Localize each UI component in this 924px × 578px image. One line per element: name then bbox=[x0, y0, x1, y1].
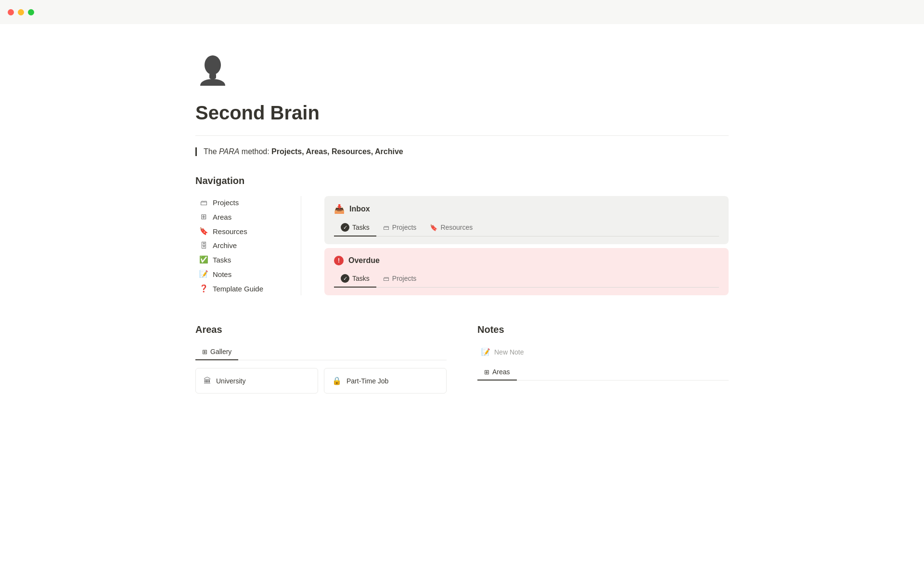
notes-areas-icon: ⊞ bbox=[484, 368, 489, 376]
title-divider bbox=[195, 135, 729, 136]
notes-heading: Notes bbox=[477, 324, 729, 335]
gallery-tab-label: Gallery bbox=[210, 348, 231, 355]
nav-label-projects: Projects bbox=[213, 198, 239, 207]
overdue-projects-icon: 🗃 bbox=[383, 275, 389, 282]
overdue-panel: ! Overdue ✓ Tasks 🗃 Projects bbox=[324, 248, 729, 295]
main-content: Second Brain The PARA method: Projects, … bbox=[149, 24, 775, 432]
template-guide-icon: ❓ bbox=[199, 284, 208, 293]
inbox-tab-tasks-label: Tasks bbox=[352, 223, 370, 231]
tasks-icon: ✅ bbox=[199, 255, 208, 264]
part-time-job-icon: 🔒 bbox=[332, 376, 342, 385]
overdue-tab-projects-label: Projects bbox=[392, 275, 417, 282]
university-label: University bbox=[216, 377, 245, 385]
nav-item-notes[interactable]: 📝 Notes bbox=[195, 267, 285, 281]
resources-icon: 🔖 bbox=[199, 227, 208, 236]
gallery-tabs: ⊞ Gallery bbox=[195, 345, 447, 360]
nav-item-template-guide[interactable]: ❓ Template Guide bbox=[195, 282, 285, 295]
inbox-tabs: ✓ Tasks 🗃 Projects 🔖 Resources bbox=[334, 220, 719, 236]
nav-item-resources[interactable]: 🔖 Resources bbox=[195, 224, 285, 238]
inbox-header: 📥 Inbox bbox=[334, 204, 719, 214]
maximize-button[interactable] bbox=[28, 9, 34, 15]
inbox-tab-tasks[interactable]: ✓ Tasks bbox=[334, 220, 376, 236]
university-icon: 🏛 bbox=[204, 377, 211, 385]
nav-item-projects[interactable]: 🗃 Projects bbox=[195, 196, 285, 209]
overdue-tasks-check-icon: ✓ bbox=[341, 274, 349, 283]
nav-list: 🗃 Projects ⊞ Areas 🔖 Resources 🗄 Archive… bbox=[195, 196, 301, 295]
nav-item-tasks[interactable]: ✅ Tasks bbox=[195, 253, 285, 266]
notes-tab-areas[interactable]: ⊞ Areas bbox=[477, 365, 517, 381]
inbox-tasks-check-icon: ✓ bbox=[341, 223, 349, 232]
brain-icon bbox=[195, 53, 729, 94]
page-title: Second Brain bbox=[195, 102, 729, 124]
areas-icon: ⊞ bbox=[199, 212, 208, 221]
notes-section: Notes 📝 New Note ⊞ Areas bbox=[477, 324, 729, 394]
new-note-button[interactable]: 📝 New Note bbox=[477, 345, 729, 359]
gallery-tab[interactable]: ⊞ Gallery bbox=[195, 345, 238, 360]
inbox-tab-projects[interactable]: 🗃 Projects bbox=[376, 220, 424, 236]
nav-label-tasks: Tasks bbox=[213, 256, 231, 264]
gallery-grid: 🏛 University 🔒 Part-Time Job bbox=[195, 368, 447, 394]
minimize-button[interactable] bbox=[18, 9, 24, 15]
overdue-header: ! Overdue bbox=[334, 256, 719, 265]
overdue-tab-tasks[interactable]: ✓ Tasks bbox=[334, 271, 376, 288]
notes-tabs: ⊞ Areas bbox=[477, 365, 729, 381]
notes-icon: 📝 bbox=[199, 270, 208, 278]
new-note-icon: 📝 bbox=[481, 348, 490, 356]
overdue-tab-tasks-label: Tasks bbox=[352, 275, 370, 282]
overdue-title: Overdue bbox=[348, 256, 380, 265]
nav-label-template-guide: Template Guide bbox=[213, 285, 263, 293]
bottom-sections: Areas ⊞ Gallery 🏛 University 🔒 Part-Time… bbox=[195, 324, 729, 394]
nav-label-notes: Notes bbox=[213, 270, 231, 278]
quote-bold: Projects, Areas, Resources, Archive bbox=[271, 147, 403, 156]
new-note-label: New Note bbox=[494, 348, 524, 356]
titlebar bbox=[0, 0, 924, 24]
notes-tab-areas-label: Areas bbox=[492, 368, 510, 376]
gallery-grid-icon: ⊞ bbox=[202, 348, 207, 355]
svg-rect-3 bbox=[209, 73, 216, 79]
close-button[interactable] bbox=[8, 9, 14, 15]
panels-container: 📥 Inbox ✓ Tasks 🗃 Projects 🔖 Resources bbox=[324, 196, 729, 295]
areas-heading: Areas bbox=[195, 324, 447, 335]
overdue-icon: ! bbox=[334, 256, 344, 265]
navigation-section: 🗃 Projects ⊞ Areas 🔖 Resources 🗄 Archive… bbox=[195, 196, 729, 295]
quote-prefix: The bbox=[204, 147, 219, 156]
inbox-projects-icon: 🗃 bbox=[383, 224, 389, 231]
inbox-tab-projects-label: Projects bbox=[392, 223, 417, 231]
inbox-panel: 📥 Inbox ✓ Tasks 🗃 Projects 🔖 Resources bbox=[324, 196, 729, 244]
nav-label-resources: Resources bbox=[213, 227, 247, 236]
quote-italic: PARA bbox=[219, 147, 239, 156]
gallery-card-part-time-job[interactable]: 🔒 Part-Time Job bbox=[324, 368, 447, 394]
archive-icon: 🗄 bbox=[199, 241, 208, 250]
inbox-title: Inbox bbox=[349, 205, 370, 213]
inbox-resources-icon: 🔖 bbox=[430, 224, 437, 231]
quote-middle: method: bbox=[239, 147, 271, 156]
part-time-job-label: Part-Time Job bbox=[346, 377, 388, 385]
inbox-tab-resources-label: Resources bbox=[440, 223, 473, 231]
overdue-tab-projects[interactable]: 🗃 Projects bbox=[376, 271, 424, 288]
projects-icon: 🗃 bbox=[199, 198, 208, 207]
areas-section: Areas ⊞ Gallery 🏛 University 🔒 Part-Time… bbox=[195, 324, 447, 394]
quote-block: The PARA method: Projects, Areas, Resour… bbox=[195, 147, 729, 156]
nav-item-areas[interactable]: ⊞ Areas bbox=[195, 210, 285, 223]
nav-item-archive[interactable]: 🗄 Archive bbox=[195, 239, 285, 252]
nav-label-archive: Archive bbox=[213, 241, 237, 250]
inbox-tab-resources[interactable]: 🔖 Resources bbox=[423, 220, 479, 236]
nav-label-areas: Areas bbox=[213, 213, 231, 221]
inbox-icon: 📥 bbox=[334, 204, 345, 214]
overdue-tabs: ✓ Tasks 🗃 Projects bbox=[334, 271, 719, 288]
gallery-card-university[interactable]: 🏛 University bbox=[195, 368, 318, 394]
navigation-heading: Navigation bbox=[195, 175, 729, 186]
svg-point-2 bbox=[205, 55, 221, 75]
